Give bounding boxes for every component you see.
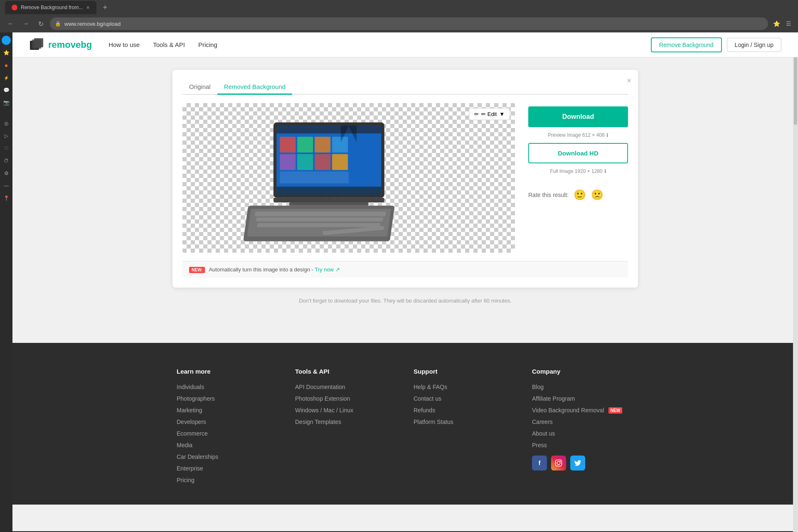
tab-favicon (12, 5, 17, 10)
list-item: Design Templates (295, 418, 397, 426)
close-button[interactable]: × (627, 76, 631, 85)
svg-rect-8 (297, 137, 313, 153)
try-now-link[interactable]: Try now ↗ (315, 266, 340, 273)
sidebar-icon-12[interactable]: 📍 (2, 194, 11, 203)
download-button[interactable]: Download (528, 106, 628, 127)
footer-link-help-faqs[interactable]: Help & FAQs (414, 384, 447, 390)
svg-rect-9 (315, 137, 330, 153)
remove-background-button[interactable]: Remove Background (651, 37, 722, 52)
sidebar-icon-6[interactable]: ◎ (2, 119, 11, 128)
nav-pricing[interactable]: Pricing (198, 41, 217, 48)
tab-original[interactable]: Original (182, 80, 217, 95)
logo[interactable]: removebg (29, 37, 92, 52)
nav-right: Remove Background Login / Sign up (651, 37, 781, 52)
list-item: Photographers (177, 395, 278, 402)
tab-removed-background[interactable]: Removed Background (217, 80, 292, 95)
footer-col-tools: Tools & API API Documentation Photoshop … (295, 368, 397, 488)
footer-col-learn-more: Learn more Individuals Photographers Mar… (177, 368, 278, 488)
footer-link-photographers[interactable]: Photographers (177, 395, 215, 402)
footer-link-ecommerce[interactable]: Ecommerce (177, 430, 208, 437)
sidebar-icon-8[interactable]: ♡ (2, 144, 11, 153)
sidebar-icon-1[interactable]: ⭐ (2, 48, 11, 57)
nav-links: How to use Tools & API Pricing (108, 41, 217, 48)
login-signup-button[interactable]: Login / Sign up (727, 38, 781, 52)
footer-learn-more-list: Individuals Photographers Marketing Deve… (177, 383, 278, 484)
laptop-image (207, 111, 490, 245)
footer-link-media[interactable]: Media (177, 442, 192, 448)
footer-link-developers[interactable]: Developers (177, 419, 206, 425)
twitter-icon[interactable] (570, 456, 585, 470)
footer-link-pricing[interactable]: Pricing (177, 477, 195, 483)
tab-close-button[interactable]: × (86, 4, 89, 11)
footer-link-refunds[interactable]: Refunds (414, 407, 435, 414)
download-hd-button[interactable]: Download HD (528, 143, 628, 163)
footer-tools-list: API Documentation Photoshop Extension Wi… (295, 383, 397, 426)
footer-link-car-dealerships[interactable]: Car Dealerships (177, 453, 218, 460)
svg-rect-14 (332, 154, 348, 170)
sidebar-icon-9[interactable]: ⏱ (2, 156, 11, 165)
instagram-icon[interactable] (551, 456, 566, 470)
footer-link-design-templates[interactable]: Design Templates (295, 419, 341, 425)
logo-text: removebg (48, 39, 92, 50)
browser-tab[interactable]: Remove Background from... × (5, 1, 96, 14)
footer-link-windows-mac-linux[interactable]: Windows / Mac / Linux (295, 407, 353, 414)
sidebar-icon-11[interactable]: — (2, 181, 11, 190)
footer-company-title: Company (532, 368, 634, 375)
list-item: Blog (532, 383, 634, 391)
list-item: Press (532, 441, 634, 449)
sidebar-home-icon[interactable] (2, 36, 11, 45)
menu-button[interactable]: ☰ (784, 19, 793, 29)
list-item: Contact us (414, 395, 515, 402)
sidebar-icon-5[interactable]: 📷 (2, 98, 11, 107)
lock-icon: 🔒 (55, 21, 61, 27)
footer-link-individuals[interactable]: Individuals (177, 384, 204, 390)
back-button[interactable]: ← (5, 18, 17, 30)
footer-link-api-docs[interactable]: API Documentation (295, 384, 345, 390)
rate-negative-button[interactable]: 🙁 (591, 189, 603, 201)
banner-text: Automatically turn this image into a des… (209, 266, 313, 273)
navigation-bar: removebg How to use Tools & API Pricing … (12, 32, 798, 57)
address-bar[interactable]: 🔒 www.remove.bg/upload (50, 17, 768, 30)
edit-button[interactable]: ✏ ✏ Edit ▼ (469, 108, 510, 120)
facebook-icon[interactable]: f (532, 456, 547, 470)
forward-button[interactable]: → (20, 18, 32, 30)
sidebar-icon-2[interactable]: ● (2, 61, 11, 70)
new-tab-button[interactable]: + (100, 3, 111, 12)
right-panel: Download Preview Image 612 × 408 ℹ Downl… (528, 103, 628, 253)
info-icon[interactable]: ℹ (606, 132, 608, 138)
footer-company-list: Blog Affiliate Program Video Background … (532, 383, 634, 449)
footer-link-about[interactable]: About us (532, 430, 555, 437)
footer-link-platform-status[interactable]: Platform Status (414, 419, 453, 425)
hd-info-icon[interactable]: ℹ (604, 168, 606, 174)
nav-tools-api[interactable]: Tools & API (153, 41, 185, 48)
image-area: ✏ ✏ Edit ▼ (182, 103, 515, 253)
footer-link-contact[interactable]: Contact us (414, 395, 441, 402)
tab-title: Remove Background from... (21, 5, 83, 10)
rate-positive-button[interactable]: 🙂 (574, 189, 586, 201)
footer-link-enterprise[interactable]: Enterprise (177, 465, 203, 472)
footer-link-photoshop[interactable]: Photoshop Extension (295, 395, 350, 402)
list-item: Individuals (177, 383, 278, 391)
reminder-text: Don't forget to download your files. The… (172, 298, 638, 304)
refresh-button[interactable]: ↻ (35, 18, 47, 30)
footer: Learn more Individuals Photographers Mar… (12, 343, 798, 505)
nav-how-to-use[interactable]: How to use (108, 41, 140, 48)
extensions-button[interactable]: ⭐ (771, 19, 782, 29)
list-item: Ecommerce (177, 430, 278, 437)
sidebar-icon-10[interactable]: ⚙ (2, 169, 11, 178)
sidebar-icon-3[interactable]: ⚡ (2, 73, 11, 82)
footer-link-affiliate[interactable]: Affiliate Program (532, 395, 575, 402)
sidebar-icon-7[interactable]: ▷ (2, 131, 11, 140)
svg-rect-16 (277, 187, 382, 195)
svg-rect-2 (32, 39, 41, 49)
footer-link-marketing[interactable]: Marketing (177, 407, 202, 414)
footer-link-video-bg[interactable]: Video Background Removal (532, 407, 604, 414)
url-text: www.remove.bg/upload (64, 21, 121, 27)
footer-link-press[interactable]: Press (532, 442, 547, 448)
sidebar-icon-4[interactable]: 💬 (2, 86, 11, 95)
new-badge: NEW: (189, 267, 205, 273)
footer-link-careers[interactable]: Careers (532, 419, 553, 425)
footer-link-blog[interactable]: Blog (532, 384, 544, 390)
scrollbar[interactable] (793, 32, 798, 532)
list-item: Photoshop Extension (295, 395, 397, 402)
